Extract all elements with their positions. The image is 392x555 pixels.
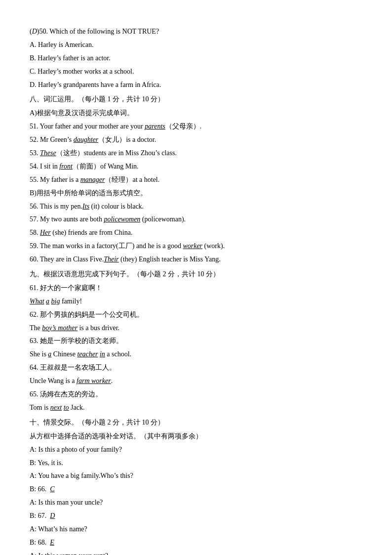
dialog1-a3: A: Is this man your uncle?	[30, 496, 362, 509]
dialog1-b2: B: 66. C	[30, 483, 362, 496]
q54-line: 54. I sit in front（前面）of Wang Min.	[30, 160, 362, 173]
q65-cn: 65. 汤姆在杰克的旁边。	[30, 388, 362, 401]
q52-line: 52. Mr Green’s daughter（女儿）is a doctor.	[30, 133, 362, 146]
dialog1-a1: A: Is this a photo of your family?	[30, 443, 362, 456]
dialog1-b4: B: 68. E	[30, 536, 362, 549]
sec8a-title: A)根据句意及汉语提示完成单词。	[30, 107, 362, 120]
q61-en: What a big family!	[30, 295, 362, 308]
q62-cn: 62. 那个男孩的妈妈是一个公交司机。	[30, 308, 362, 321]
q58-line: 58. Her (she) friends are from China.	[30, 226, 362, 239]
q50-prefix: (D)50. Which of the following is NOT TRU…	[30, 28, 159, 35]
q50-a: A. Harley is American.	[30, 39, 362, 51]
q57-line: 57. My two aunts are both policewomen (p…	[30, 213, 362, 226]
page-content: (D)50. Which of the following is NOT TRU…	[30, 25, 362, 555]
dialog1-a2: A: You have a big family.Who’s this?	[30, 470, 362, 482]
q50-line: (D)50. Which of the following is NOT TRU…	[30, 25, 362, 38]
q53-line: 53. These（这些）students are in Miss Zhou’s…	[30, 147, 362, 160]
q62-en: The boy’s mother is a bus driver.	[30, 322, 362, 335]
q60-line: 60. They are in Class Five.Their (they) …	[30, 253, 362, 266]
dialog1-a5: A: Is this woman your aunt?	[30, 550, 362, 555]
q55-line: 55. My father is a manager（经理）at a hotel…	[30, 173, 362, 186]
q59-line: 59. The man works in a factory(工厂) and h…	[30, 240, 362, 253]
section9-title: 九、根据汉语意思完成下列句子。（每小题 2 分，共计 10 分）	[30, 268, 362, 281]
q64-cn: 64. 王叔叔是一名农场工人。	[30, 361, 362, 374]
sec10-instruction: 从方框中选择合适的选项补全对话。（其中有两项多余）	[30, 430, 362, 443]
dialog1-a4: A: What’s his name?	[30, 523, 362, 536]
dialog1-b1: B: Yes, it is.	[30, 457, 362, 470]
q56-line: 56. This is my pen.Its (it) colour is bl…	[30, 200, 362, 213]
q65-en: Tom is next to Jack.	[30, 401, 362, 414]
q51-line: 51. Your father and your mother are your…	[30, 120, 362, 133]
sec8b-title: B)用括号中所给单词的适当形式填空。	[30, 187, 362, 200]
q63-en: She is a Chinese teacher in a school.	[30, 348, 362, 361]
q63-cn: 63. 她是一所学校的语文老师。	[30, 335, 362, 347]
section10-title: 十、情景交际。（每小题 2 分，共计 10 分）	[30, 416, 362, 429]
q61-cn: 61. 好大的一个家庭啊！	[30, 282, 362, 295]
dialog1-b3: B: 67. D	[30, 510, 362, 522]
section8-title: 八、词汇运用。（每小题 1 分，共计 10 分）	[30, 93, 362, 106]
q64-en: Uncle Wang is a farm worker.	[30, 375, 362, 387]
q50-c: C. Harley’s mother works at a school.	[30, 65, 362, 78]
q50-d: D. Harley’s grandparents have a farm in …	[30, 79, 362, 91]
q50-b: B. Harley’s father is an actor.	[30, 52, 362, 65]
